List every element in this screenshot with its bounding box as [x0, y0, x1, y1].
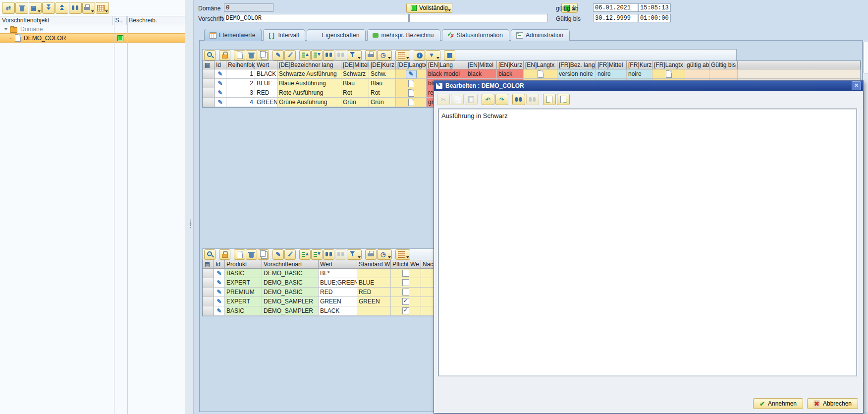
cell-standard[interactable]: [357, 306, 391, 316]
column-header-en_kurz[interactable]: [EN]Kurz: [497, 61, 524, 69]
export-text-button[interactable]: [557, 94, 570, 105]
edit-pencil-icon[interactable]: ✎: [216, 298, 222, 305]
cell-wert[interactable]: BLACK: [319, 306, 357, 316]
cell-de_lang[interactable]: Rote Ausführung: [277, 88, 341, 98]
print-button[interactable]: [365, 249, 377, 260]
column-header-fr_lang[interactable]: [FR]Bez. lang: [557, 61, 596, 69]
cell-fr_lang[interactable]: version noire: [557, 69, 596, 79]
tab-intervall[interactable]: Intervall: [263, 29, 305, 41]
column-header-wert[interactable]: Wert: [255, 61, 277, 69]
cell-art[interactable]: DEMO_BASIC: [262, 269, 319, 278]
column-header-pflicht[interactable]: Pflicht We: [391, 260, 421, 269]
copy-button[interactable]: [258, 50, 269, 60]
sort-descending-button[interactable]: [311, 249, 323, 260]
cell-de_kurz[interactable]: Grün: [369, 98, 396, 107]
gueltig-bis-time-input[interactable]: [638, 14, 671, 22]
cell-de_lang[interactable]: Schwarze Ausführung: [277, 69, 341, 79]
row-selector[interactable]: [203, 69, 215, 79]
expand-all-button[interactable]: [42, 2, 55, 14]
tab-statusinformation[interactable]: Statusinformation: [442, 29, 509, 41]
list-menu-button[interactable]: ▤: [29, 2, 42, 14]
cell-produkt[interactable]: BASIC: [225, 269, 262, 278]
find-button[interactable]: [512, 94, 525, 105]
panel-splitter[interactable]: ⋮⋮: [185, 0, 194, 414]
tab-mehrspr-bezeichnu[interactable]: mehrspr. Bezeichnu: [367, 29, 440, 41]
column-header-gueltig_ab[interactable]: gültig ab: [685, 61, 709, 69]
column-header-reihenfolg[interactable]: Reihenfolg: [226, 61, 255, 69]
filter-button[interactable]: [347, 249, 362, 260]
beschreibung-input[interactable]: [409, 14, 548, 22]
table-settings-button[interactable]: [395, 249, 410, 260]
sort-descending-button[interactable]: [311, 50, 323, 60]
row-selector[interactable]: [203, 278, 214, 288]
cell-de_mittel[interactable]: Rot: [341, 88, 369, 98]
cell-standard[interactable]: RED: [357, 288, 391, 297]
cell-de_mittel[interactable]: Blau: [341, 79, 369, 88]
delete-button[interactable]: [246, 249, 257, 260]
cell-reihenfolg[interactable]: 3: [226, 88, 255, 98]
column-header-de_kurz[interactable]: [DE]Kurz: [369, 61, 396, 69]
details-button[interactable]: [204, 50, 216, 60]
pflicht-checkbox[interactable]: [402, 279, 409, 286]
cell-art[interactable]: DEMO_BASIC: [262, 288, 319, 297]
column-header-en_lang[interactable]: [EN]Lang: [427, 61, 466, 69]
views-button[interactable]: ◷: [377, 50, 392, 60]
row-selector[interactable]: [203, 306, 214, 316]
column-header-fr_langtx[interactable]: [FR]Langtx: [652, 61, 685, 69]
longtext-doc-icon[interactable]: [408, 89, 414, 97]
row-selector[interactable]: [203, 297, 214, 306]
transfer-button[interactable]: ⇄: [2, 2, 15, 14]
tree-item-demo_color[interactable]: ·DEMO_COLOR: [0, 33, 185, 43]
edit-button[interactable]: ✎: [272, 50, 284, 60]
column-header-de_langtx[interactable]: [DE]Langtx: [396, 61, 427, 69]
column-header-en_langtx[interactable]: [EN]Langtx: [524, 61, 557, 69]
import-text-button[interactable]: [543, 94, 556, 105]
column-header-fr_kurz[interactable]: [FR]Kurz: [627, 61, 652, 69]
cell-produkt[interactable]: BASIC: [225, 306, 262, 316]
tab-elementwerte[interactable]: Elementwerte: [204, 29, 262, 41]
find-button[interactable]: [69, 2, 82, 14]
cell-wert[interactable]: GREEN: [255, 98, 277, 107]
column-header-id[interactable]: Id: [214, 260, 225, 269]
pflicht-checkbox[interactable]: [402, 298, 409, 305]
cell-gueltig_bis[interactable]: [709, 69, 738, 79]
column-header-de_mittel[interactable]: [DE]Mittel: [341, 61, 369, 69]
find-button[interactable]: [323, 249, 334, 260]
cell-standard[interactable]: BLUE: [357, 278, 391, 288]
cell-de_mittel[interactable]: Schwarz: [341, 69, 369, 79]
cell-de_lang[interactable]: Grüne Ausführung: [277, 98, 341, 107]
cell-produkt[interactable]: EXPERT: [225, 278, 262, 288]
column-header-sel[interactable]: ▤: [203, 260, 214, 269]
find-next-button[interactable]: [335, 50, 346, 60]
tree-item-domäne[interactable]: Domäne: [0, 25, 185, 33]
pflicht-checkbox[interactable]: [402, 307, 409, 314]
cell-standard[interactable]: [357, 269, 391, 278]
column-header-art[interactable]: Vorschriftenart: [262, 260, 319, 269]
cell-de_kurz[interactable]: Schw.: [369, 69, 396, 79]
annehmen-button[interactable]: ✔ Annehmen: [753, 398, 803, 409]
edit-pencil-icon[interactable]: ✎: [217, 80, 223, 87]
edit-pencil-icon[interactable]: ✎: [216, 270, 222, 277]
cell-reihenfolg[interactable]: 2: [226, 79, 255, 88]
cut-button[interactable]: ✂: [437, 94, 450, 105]
row-selector[interactable]: [203, 98, 215, 107]
print-button[interactable]: [365, 50, 377, 60]
scrollbar-thumb[interactable]: [864, 42, 868, 73]
longtext-editor[interactable]: Ausführung in Schwarz: [438, 109, 857, 376]
vorschriftenname-input[interactable]: [224, 14, 409, 22]
cell-fr_mittel[interactable]: noire: [596, 69, 627, 79]
edit-pencil-icon[interactable]: ✎: [216, 289, 222, 296]
paste-button[interactable]: [465, 94, 478, 105]
table-settings-button[interactable]: [395, 50, 410, 60]
longtext-doc-icon[interactable]: [408, 99, 414, 106]
column-header-sel[interactable]: ▤: [203, 61, 215, 69]
sort-ascending-button[interactable]: [299, 50, 311, 60]
row-selector[interactable]: [203, 269, 214, 278]
tab-administration[interactable]: Administration: [511, 29, 570, 41]
pflicht-checkbox[interactable]: [402, 289, 409, 296]
cell-art[interactable]: DEMO_SAMPLER: [262, 306, 319, 316]
create-button[interactable]: [234, 50, 245, 60]
cell-wert[interactable]: BL*: [319, 269, 357, 278]
collapse-all-button[interactable]: [55, 2, 68, 14]
cell-de_lang[interactable]: Blaue Ausführung: [277, 79, 341, 88]
